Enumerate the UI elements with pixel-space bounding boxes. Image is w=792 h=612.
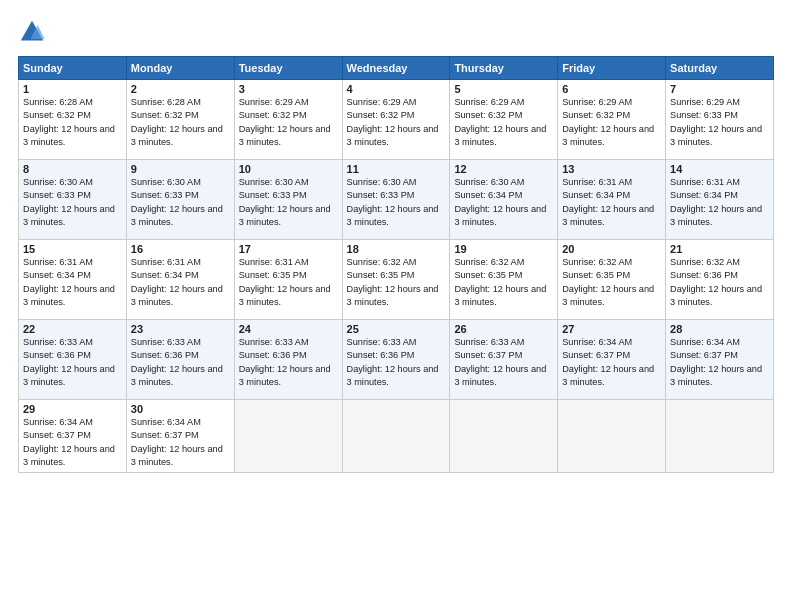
day-info: Sunrise: 6:30 AMSunset: 6:34 PMDaylight:… (454, 176, 553, 229)
calendar-day-cell (342, 400, 450, 473)
day-number: 25 (347, 323, 446, 335)
day-number: 12 (454, 163, 553, 175)
day-number: 26 (454, 323, 553, 335)
day-number: 3 (239, 83, 338, 95)
day-number: 16 (131, 243, 230, 255)
day-number: 4 (347, 83, 446, 95)
dow-header: Friday (558, 57, 666, 80)
calendar-day-cell: 27Sunrise: 6:34 AMSunset: 6:37 PMDayligh… (558, 320, 666, 400)
calendar-day-cell: 13Sunrise: 6:31 AMSunset: 6:34 PMDayligh… (558, 160, 666, 240)
days-of-week-row: SundayMondayTuesdayWednesdayThursdayFrid… (19, 57, 774, 80)
day-number: 18 (347, 243, 446, 255)
day-info: Sunrise: 6:33 AMSunset: 6:37 PMDaylight:… (454, 336, 553, 389)
day-number: 20 (562, 243, 661, 255)
calendar-day-cell: 17Sunrise: 6:31 AMSunset: 6:35 PMDayligh… (234, 240, 342, 320)
day-info: Sunrise: 6:30 AMSunset: 6:33 PMDaylight:… (347, 176, 446, 229)
calendar-day-cell: 29Sunrise: 6:34 AMSunset: 6:37 PMDayligh… (19, 400, 127, 473)
day-info: Sunrise: 6:29 AMSunset: 6:32 PMDaylight:… (454, 96, 553, 149)
logo-icon (18, 18, 46, 46)
calendar-day-cell: 21Sunrise: 6:32 AMSunset: 6:36 PMDayligh… (666, 240, 774, 320)
dow-header: Thursday (450, 57, 558, 80)
dow-header: Sunday (19, 57, 127, 80)
day-info: Sunrise: 6:28 AMSunset: 6:32 PMDaylight:… (23, 96, 122, 149)
calendar-day-cell: 7Sunrise: 6:29 AMSunset: 6:33 PMDaylight… (666, 80, 774, 160)
calendar-day-cell: 22Sunrise: 6:33 AMSunset: 6:36 PMDayligh… (19, 320, 127, 400)
day-info: Sunrise: 6:31 AMSunset: 6:35 PMDaylight:… (239, 256, 338, 309)
day-info: Sunrise: 6:29 AMSunset: 6:32 PMDaylight:… (347, 96, 446, 149)
dow-header: Monday (126, 57, 234, 80)
day-number: 22 (23, 323, 122, 335)
day-info: Sunrise: 6:33 AMSunset: 6:36 PMDaylight:… (131, 336, 230, 389)
day-info: Sunrise: 6:32 AMSunset: 6:35 PMDaylight:… (347, 256, 446, 309)
page: SundayMondayTuesdayWednesdayThursdayFrid… (0, 0, 792, 612)
calendar-day-cell (666, 400, 774, 473)
day-number: 1 (23, 83, 122, 95)
calendar-week-row: 15Sunrise: 6:31 AMSunset: 6:34 PMDayligh… (19, 240, 774, 320)
day-number: 5 (454, 83, 553, 95)
calendar-day-cell (450, 400, 558, 473)
day-info: Sunrise: 6:30 AMSunset: 6:33 PMDaylight:… (131, 176, 230, 229)
day-info: Sunrise: 6:34 AMSunset: 6:37 PMDaylight:… (670, 336, 769, 389)
calendar-day-cell: 24Sunrise: 6:33 AMSunset: 6:36 PMDayligh… (234, 320, 342, 400)
day-number: 17 (239, 243, 338, 255)
calendar-day-cell: 1Sunrise: 6:28 AMSunset: 6:32 PMDaylight… (19, 80, 127, 160)
day-info: Sunrise: 6:29 AMSunset: 6:32 PMDaylight:… (562, 96, 661, 149)
day-info: Sunrise: 6:31 AMSunset: 6:34 PMDaylight:… (131, 256, 230, 309)
calendar-day-cell: 10Sunrise: 6:30 AMSunset: 6:33 PMDayligh… (234, 160, 342, 240)
calendar-day-cell (558, 400, 666, 473)
calendar-week-row: 29Sunrise: 6:34 AMSunset: 6:37 PMDayligh… (19, 400, 774, 473)
calendar-day-cell: 15Sunrise: 6:31 AMSunset: 6:34 PMDayligh… (19, 240, 127, 320)
calendar-day-cell: 6Sunrise: 6:29 AMSunset: 6:32 PMDaylight… (558, 80, 666, 160)
calendar-day-cell: 23Sunrise: 6:33 AMSunset: 6:36 PMDayligh… (126, 320, 234, 400)
day-info: Sunrise: 6:32 AMSunset: 6:36 PMDaylight:… (670, 256, 769, 309)
calendar-day-cell: 5Sunrise: 6:29 AMSunset: 6:32 PMDaylight… (450, 80, 558, 160)
dow-header: Tuesday (234, 57, 342, 80)
calendar-day-cell: 2Sunrise: 6:28 AMSunset: 6:32 PMDaylight… (126, 80, 234, 160)
calendar-day-cell: 4Sunrise: 6:29 AMSunset: 6:32 PMDaylight… (342, 80, 450, 160)
calendar-day-cell: 30Sunrise: 6:34 AMSunset: 6:37 PMDayligh… (126, 400, 234, 473)
calendar-day-cell: 9Sunrise: 6:30 AMSunset: 6:33 PMDaylight… (126, 160, 234, 240)
day-number: 14 (670, 163, 769, 175)
day-number: 24 (239, 323, 338, 335)
day-info: Sunrise: 6:34 AMSunset: 6:37 PMDaylight:… (562, 336, 661, 389)
day-info: Sunrise: 6:29 AMSunset: 6:32 PMDaylight:… (239, 96, 338, 149)
calendar-week-row: 8Sunrise: 6:30 AMSunset: 6:33 PMDaylight… (19, 160, 774, 240)
day-number: 23 (131, 323, 230, 335)
calendar-day-cell: 20Sunrise: 6:32 AMSunset: 6:35 PMDayligh… (558, 240, 666, 320)
day-number: 30 (131, 403, 230, 415)
logo (18, 18, 50, 46)
day-info: Sunrise: 6:33 AMSunset: 6:36 PMDaylight:… (23, 336, 122, 389)
day-number: 13 (562, 163, 661, 175)
calendar-day-cell: 25Sunrise: 6:33 AMSunset: 6:36 PMDayligh… (342, 320, 450, 400)
day-info: Sunrise: 6:31 AMSunset: 6:34 PMDaylight:… (23, 256, 122, 309)
dow-header: Wednesday (342, 57, 450, 80)
day-number: 28 (670, 323, 769, 335)
day-info: Sunrise: 6:34 AMSunset: 6:37 PMDaylight:… (131, 416, 230, 469)
day-info: Sunrise: 6:28 AMSunset: 6:32 PMDaylight:… (131, 96, 230, 149)
day-number: 11 (347, 163, 446, 175)
calendar-day-cell: 26Sunrise: 6:33 AMSunset: 6:37 PMDayligh… (450, 320, 558, 400)
calendar-day-cell: 8Sunrise: 6:30 AMSunset: 6:33 PMDaylight… (19, 160, 127, 240)
calendar-day-cell: 12Sunrise: 6:30 AMSunset: 6:34 PMDayligh… (450, 160, 558, 240)
day-number: 19 (454, 243, 553, 255)
day-number: 29 (23, 403, 122, 415)
day-info: Sunrise: 6:30 AMSunset: 6:33 PMDaylight:… (23, 176, 122, 229)
header (18, 18, 774, 46)
day-number: 9 (131, 163, 230, 175)
day-info: Sunrise: 6:31 AMSunset: 6:34 PMDaylight:… (562, 176, 661, 229)
day-info: Sunrise: 6:32 AMSunset: 6:35 PMDaylight:… (562, 256, 661, 309)
day-number: 6 (562, 83, 661, 95)
calendar-day-cell: 18Sunrise: 6:32 AMSunset: 6:35 PMDayligh… (342, 240, 450, 320)
day-number: 2 (131, 83, 230, 95)
day-number: 15 (23, 243, 122, 255)
day-number: 21 (670, 243, 769, 255)
day-number: 7 (670, 83, 769, 95)
day-number: 8 (23, 163, 122, 175)
day-number: 10 (239, 163, 338, 175)
day-number: 27 (562, 323, 661, 335)
calendar-day-cell: 11Sunrise: 6:30 AMSunset: 6:33 PMDayligh… (342, 160, 450, 240)
calendar-day-cell: 14Sunrise: 6:31 AMSunset: 6:34 PMDayligh… (666, 160, 774, 240)
calendar-body: 1Sunrise: 6:28 AMSunset: 6:32 PMDaylight… (19, 80, 774, 473)
calendar-week-row: 22Sunrise: 6:33 AMSunset: 6:36 PMDayligh… (19, 320, 774, 400)
day-info: Sunrise: 6:34 AMSunset: 6:37 PMDaylight:… (23, 416, 122, 469)
